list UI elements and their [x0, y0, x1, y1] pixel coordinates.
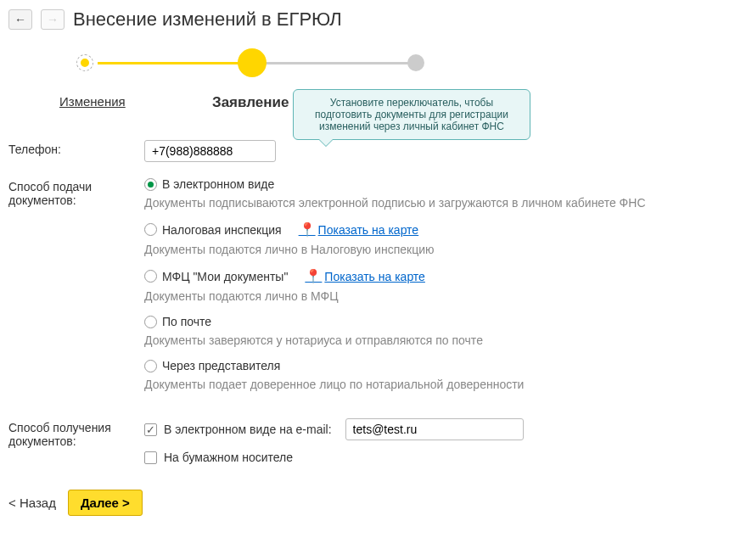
radio-electronic-label: В электронном виде: [162, 177, 274, 191]
radio-tax[interactable]: [144, 223, 157, 236]
tax-map-link[interactable]: 📍 Показать на карте: [299, 221, 419, 238]
step-3-dot: [407, 52, 424, 71]
phone-input[interactable]: [144, 140, 276, 162]
paper-checkbox-label: На бумажном носителе: [164, 451, 293, 464]
step-2-label: Заявление: [212, 94, 289, 111]
radio-rep[interactable]: [144, 360, 157, 372]
nav-back-button[interactable]: ←: [8, 9, 32, 30]
receive-method-label: Способ получения документов:: [8, 418, 144, 474]
back-button[interactable]: < Назад: [8, 496, 56, 510]
radio-rep-label: Через представителя: [162, 359, 280, 372]
page-title: Внесение изменений в ЕГРЮЛ: [73, 8, 342, 31]
electronic-desc: Документы подписываются электронной подп…: [144, 196, 744, 210]
radio-mfc-label: МФЦ "Мои документы": [162, 270, 288, 283]
mfc-map-link[interactable]: 📍 Показать на карте: [305, 268, 425, 284]
location-pin-icon: 📍: [305, 268, 322, 284]
step-1-label[interactable]: Изменения: [59, 94, 126, 109]
checkbox-email[interactable]: [144, 423, 157, 436]
step-1-dot: [76, 52, 93, 71]
nav-forward-button[interactable]: →: [41, 9, 65, 30]
rep-desc: Документы подает доверенное лицо по нота…: [144, 378, 744, 391]
checkbox-paper[interactable]: [144, 451, 157, 464]
location-pin-icon: 📍: [299, 221, 316, 238]
submit-method-label: Способ подачи документов:: [8, 177, 144, 403]
tooltip-hint: Установите переключатель, чтобы подготов…: [293, 89, 530, 140]
mail-desc: Документы заверяются у нотариуса и отпра…: [144, 333, 744, 347]
radio-mail-label: По почте: [162, 315, 211, 328]
step-2-dot: [238, 52, 267, 77]
email-checkbox-label: В электронном виде на e-mail:: [164, 423, 332, 436]
phone-label: Телефон:: [8, 140, 144, 162]
radio-mfc[interactable]: [144, 270, 157, 283]
stepper: [76, 52, 744, 86]
radio-mail[interactable]: [144, 316, 157, 328]
email-input[interactable]: [345, 418, 524, 440]
mfc-desc: Документы подаются лично в МФЦ: [144, 289, 744, 303]
radio-tax-label: Налоговая инспекция: [162, 223, 282, 237]
tax-desc: Документы подаются лично в Налоговую инс…: [144, 243, 744, 256]
next-button[interactable]: Далее >: [68, 490, 143, 516]
radio-electronic[interactable]: [144, 178, 157, 191]
